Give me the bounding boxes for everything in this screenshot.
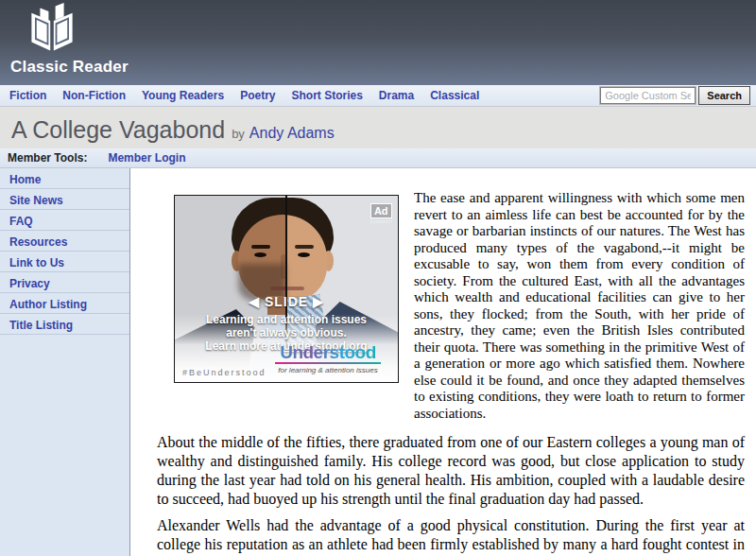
sidebar-item-faq[interactable]: FAQ [0,210,129,231]
understood-brand-logo: Understood [264,343,392,361]
sidebar: Home Site News FAQ Resources Link to Us … [0,168,130,556]
nav-item-young-readers[interactable]: Young Readers [142,89,224,102]
story-paragraph-3: Alexander Wells had the advantage of a g… [157,516,745,556]
sidebar-item-privacy[interactable]: Privacy [0,272,129,293]
ad-face-left-eyebrow [251,245,270,249]
intro-section: Ad Council ◀ SLIDE ▶ Learning and attent… [157,190,745,422]
ad-hashtag: #BeUnderstood [182,368,266,377]
sidebar-item-title-listing[interactable]: Title Listing [0,314,129,335]
story-paragraph-1: The ease and apparent willingness with w… [414,190,745,422]
author-link[interactable]: Andy Adams [249,125,335,141]
site-header: Classic Reader [0,0,756,85]
main-nav: Fiction Non-Fiction Young Readers Poetry… [0,85,756,107]
story-paragraph-2: About the middle of the fifties, there g… [157,433,745,509]
ad-face-mouth [270,287,304,290]
open-book-logo-icon[interactable] [25,3,79,54]
nav-item-fiction[interactable]: Fiction [9,89,46,102]
ad-face-right-eye [298,252,310,257]
by-label: by [232,127,245,141]
nav-item-drama[interactable]: Drama [379,89,414,102]
ad-message-line2: aren't always obvious. [175,326,398,339]
nav-item-short-stories[interactable]: Short Stories [291,89,362,102]
nav-item-classical[interactable]: Classical [430,89,479,102]
sidebar-item-author-listing[interactable]: Author Listing [0,293,129,314]
sidebar-item-home[interactable]: Home [0,168,129,189]
logo-text[interactable]: Classic Reader [10,58,129,77]
ad-slide-control[interactable]: ◀ SLIDE ▶ [175,294,398,309]
search-box: Search [600,86,752,105]
understood-brand-underline [275,362,381,364]
ad-face-right-eyebrow [295,245,314,249]
ad-message-line1: Learning and attention issues [175,313,398,326]
content-area: Ad Council ◀ SLIDE ▶ Learning and attent… [130,168,756,556]
nav-item-non-fiction[interactable]: Non-Fiction [62,89,126,102]
sidebar-item-link-to-us[interactable]: Link to Us [0,252,129,272]
sidebar-item-resources[interactable]: Resources [0,231,129,252]
sidebar-item-site-news[interactable]: Site News [0,189,129,210]
member-login-link[interactable]: Member Login [108,151,185,165]
ad-face-left-eye [254,252,266,257]
search-button[interactable]: Search [698,86,750,105]
nav-item-poetry[interactable]: Poetry [240,89,275,102]
understood-brand-block: Understood for learning & attention issu… [264,343,392,374]
member-tools-label: Member Tools: [8,151,87,165]
understood-ad-banner[interactable]: Ad Council ◀ SLIDE ▶ Learning and attent… [174,195,399,383]
ad-council-logo: Ad Council [369,201,392,225]
search-input[interactable] [600,87,696,104]
body-row: Home Site News FAQ Resources Link to Us … [0,168,756,556]
title-bar: A College VagabondbyAndy Adams [0,107,756,148]
page-title: A College Vagabond [11,116,225,143]
understood-tagline: for learning & attention issues [264,366,392,374]
member-tools-bar: Member Tools: Member Login [0,148,756,168]
sidebar-menu: Home Site News FAQ Resources Link to Us … [0,168,129,335]
